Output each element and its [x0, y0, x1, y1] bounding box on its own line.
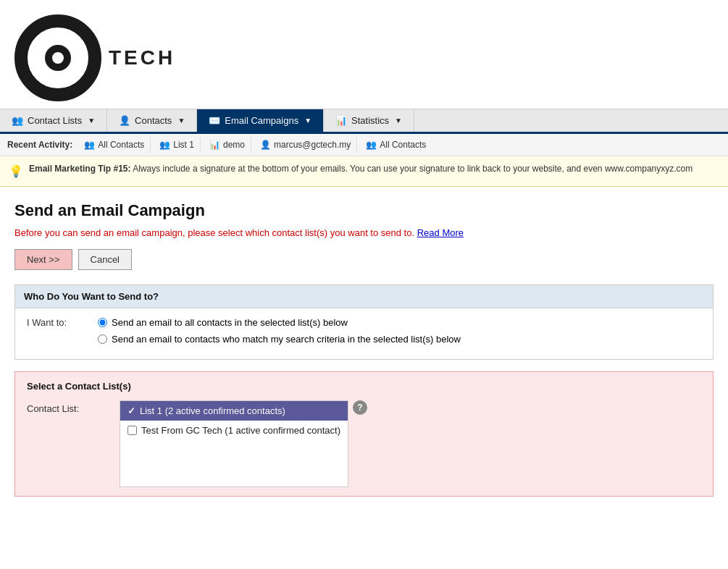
recent-icon-5: 👥: [366, 140, 377, 150]
description-text: Before you can send an email campaign, p…: [14, 227, 414, 238]
page-title: Send an Email Campaign: [14, 201, 714, 220]
email-campaigns-dropdown-arrow: ▼: [304, 117, 311, 125]
recent-icon-2: 👥: [159, 140, 170, 150]
recent-label-all-contacts-1: All Contacts: [98, 140, 144, 150]
list-item-list-1[interactable]: ✓ List 1 (2 active confirmed contacts): [120, 401, 348, 421]
recent-item-demo[interactable]: 📊 demo: [204, 138, 251, 152]
recent-label-demo: demo: [223, 140, 245, 150]
nav-item-email-campaigns[interactable]: ✉️ Email Campaigns ▼: [197, 109, 324, 132]
cancel-button[interactable]: Cancel: [78, 249, 132, 270]
recent-activity-label: Recent Activity:: [7, 140, 72, 150]
logo-area: TECH: [0, 0, 728, 109]
recent-item-all-contacts-1[interactable]: 👥 All Contacts: [78, 138, 151, 152]
recent-icon-1: 👥: [84, 140, 95, 150]
tip-text: Email Marketing Tip #15: Always include …: [29, 162, 693, 175]
logo-wrapper: TECH: [14, 14, 714, 101]
recent-item-list-1[interactable]: 👥 List 1: [154, 138, 201, 152]
read-more-link[interactable]: Read More: [417, 227, 464, 238]
contact-list-area: ✓ List 1 (2 active confirmed contacts) T…: [120, 400, 367, 487]
contact-list-section-header: Select a Contact List(s): [27, 381, 701, 392]
send-to-section: Who Do You Want to Send to? I Want to: S…: [14, 284, 714, 360]
checkmark-icon: ✓: [127, 405, 135, 416]
logo-icon: [14, 14, 101, 101]
contact-list-row: Contact List: ✓ List 1 (2 active confirm…: [27, 400, 701, 487]
recent-icon-3: 📊: [209, 140, 220, 150]
statistics-dropdown-arrow: ▼: [395, 117, 402, 125]
recent-label-list-1: List 1: [173, 140, 194, 150]
contacts-icon: 👤: [119, 115, 130, 126]
radio-option-all-contacts[interactable]: Send an email to all contacts in the sel…: [98, 317, 461, 328]
recent-label-marcus: marcus@gctech.my: [274, 140, 351, 150]
radio-search-criteria-label: Send an email to contacts who match my s…: [112, 334, 461, 345]
list-item-test-from-gc[interactable]: Test From GC Tech (1 active confirmed co…: [120, 421, 348, 440]
main-content: Send an Email Campaign Before you can se…: [0, 187, 728, 511]
i-want-to-label: I Want to:: [27, 317, 92, 328]
radio-option-search-criteria[interactable]: Send an email to contacts who match my s…: [98, 334, 461, 345]
send-to-section-header: Who Do You Want to Send to?: [15, 285, 713, 308]
nav-item-statistics[interactable]: 📊 Statistics ▼: [324, 109, 414, 132]
logo-inner-circle: [45, 45, 71, 71]
help-icon[interactable]: ?: [353, 400, 367, 415]
send-to-section-body: I Want to: Send an email to all contacts…: [15, 308, 713, 359]
test-from-gc-checkbox[interactable]: [127, 426, 137, 435]
tip-prefix: Email Marketing Tip #15:: [29, 164, 131, 174]
radio-row: I Want to: Send an email to all contacts…: [27, 317, 701, 345]
page-description: Before you can send an email campaign, p…: [14, 226, 714, 240]
statistics-icon: 📊: [335, 115, 347, 126]
recent-label-all-contacts-2: All Contacts: [380, 140, 426, 150]
nav-contacts-label: Contacts: [135, 115, 172, 126]
logo-text: TECH: [109, 46, 175, 69]
radio-options: Send an email to all contacts in the sel…: [98, 317, 461, 345]
contact-lists-dropdown-arrow: ▼: [88, 117, 95, 125]
nav-bar: 👥 Contact Lists ▼ 👤 Contacts ▼ ✉️ Email …: [0, 109, 728, 134]
recent-activity-bar: Recent Activity: 👥 All Contacts 👥 List 1…: [0, 134, 728, 156]
list-1-label: List 1 (2 active confirmed contacts): [140, 405, 285, 416]
nav-email-campaigns-label: Email Campaigns: [225, 115, 298, 126]
recent-item-marcus[interactable]: 👤 marcus@gctech.my: [254, 138, 357, 152]
contact-list-label: Contact List:: [27, 400, 114, 414]
next-button[interactable]: Next >>: [14, 249, 72, 270]
nav-contact-lists-label: Contact Lists: [28, 115, 82, 126]
tip-lightbulb-icon: 💡: [9, 163, 23, 180]
tip-body: Always include a signature at the bottom…: [133, 164, 693, 174]
nav-item-contacts[interactable]: 👤 Contacts ▼: [107, 109, 197, 132]
contact-list-box: ✓ List 1 (2 active confirmed contacts) T…: [120, 400, 348, 487]
contacts-dropdown-arrow: ▼: [177, 117, 185, 125]
tip-bar: 💡 Email Marketing Tip #15: Always includ…: [0, 156, 728, 187]
radio-all-contacts-input[interactable]: [98, 318, 107, 327]
nav-statistics-label: Statistics: [351, 115, 389, 126]
recent-icon-4: 👤: [260, 140, 271, 150]
recent-item-all-contacts-2[interactable]: 👥 All Contacts: [360, 138, 432, 152]
button-row: Next >> Cancel: [14, 249, 714, 270]
test-from-gc-label: Test From GC Tech (1 active confirmed co…: [141, 425, 340, 436]
radio-all-contacts-label: Send an email to all contacts in the sel…: [112, 317, 348, 328]
contact-list-section: Select a Contact List(s) Contact List: ✓…: [14, 371, 714, 497]
radio-search-criteria-input[interactable]: [98, 334, 107, 344]
email-campaigns-icon: ✉️: [209, 115, 220, 126]
contact-lists-icon: 👥: [12, 115, 23, 126]
nav-item-contact-lists[interactable]: 👥 Contact Lists ▼: [0, 109, 107, 132]
